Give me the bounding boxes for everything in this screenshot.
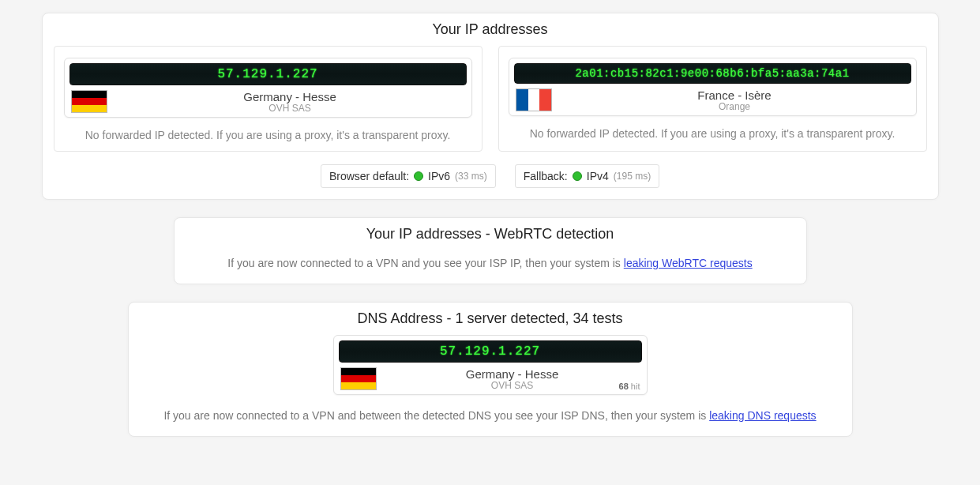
fallback-label: Fallback: xyxy=(524,170,568,182)
dns-hit-count: 68 hit xyxy=(619,382,640,391)
fallback-status: Fallback: IPv4 (195 ms) xyxy=(515,164,659,188)
dns-text: If you are now connected to a VPN and be… xyxy=(163,409,709,422)
section-title: DNS Address - 1 server detected, 34 test… xyxy=(140,310,841,327)
fallback-ms: (195 ms) xyxy=(614,171,651,182)
dns-card: 57.129.1.227 Germany - Hesse OVH SAS 68 … xyxy=(333,335,648,395)
ipv4-address-display: 57.129.1.227 xyxy=(69,63,467,85)
dns-isp: OVH SAS xyxy=(385,380,640,391)
ipv4-location: Germany - Hesse xyxy=(115,90,465,103)
ipv6-isp: Orange xyxy=(560,101,910,112)
ip-addresses-panel: Your IP addresses 57.129.1.227 Germany -… xyxy=(42,13,939,200)
ipv6-location: France - Isère xyxy=(560,88,910,102)
ipv6-address-display: 2a01:cb15:82c1:9e00:68b6:bfa5:aa3a:74a1 xyxy=(514,63,911,84)
ipv6-column: 2a01:cb15:82c1:9e00:68b6:bfa5:aa3a:74a1 … xyxy=(498,46,927,152)
section-title: Your IP addresses - WebRTC detection xyxy=(186,226,795,242)
ipv4-proxy-note: No forwarded IP detected. If you are usi… xyxy=(64,129,472,141)
france-flag-icon xyxy=(516,88,552,111)
dns-panel: DNS Address - 1 server detected, 34 test… xyxy=(128,302,853,437)
germany-flag-icon xyxy=(340,367,377,390)
webrtc-text: If you are now connected to a VPN and yo… xyxy=(227,257,623,269)
ip-columns: 57.129.1.227 Germany - Hesse OVH SAS No … xyxy=(54,46,927,152)
section-title: Your IP addresses xyxy=(54,21,927,38)
status-row: Browser default: IPv6 (33 ms) Fallback: … xyxy=(54,164,927,188)
fallback-proto: IPv4 xyxy=(587,170,609,182)
dns-location: Germany - Hesse xyxy=(385,367,640,381)
ipv4-isp: OVH SAS xyxy=(115,103,465,114)
ipv4-card: 57.129.1.227 Germany - Hesse OVH SAS xyxy=(64,58,472,118)
browser-default-label: Browser default: xyxy=(329,170,409,182)
webrtc-leak-link[interactable]: leaking WebRTC requests xyxy=(624,257,753,269)
browser-default-status: Browser default: IPv6 (33 ms) xyxy=(321,164,496,188)
dns-leak-link[interactable]: leaking DNS requests xyxy=(709,409,816,422)
webrtc-info-text: If you are now connected to a VPN and yo… xyxy=(186,257,795,269)
dns-address-display: 57.129.1.227 xyxy=(339,340,642,363)
ipv4-column: 57.129.1.227 Germany - Hesse OVH SAS No … xyxy=(54,46,482,152)
browser-default-ms: (33 ms) xyxy=(455,171,487,182)
ipv6-proxy-note: No forwarded IP detected. If you are usi… xyxy=(509,127,917,140)
status-dot-icon xyxy=(573,171,582,181)
germany-flag-icon xyxy=(71,90,107,113)
dns-info-text: If you are now connected to a VPN and be… xyxy=(140,409,841,422)
browser-default-proto: IPv6 xyxy=(428,170,450,182)
ipv6-card: 2a01:cb15:82c1:9e00:68b6:bfa5:aa3a:74a1 … xyxy=(509,58,917,116)
status-dot-icon xyxy=(414,171,423,181)
webrtc-panel: Your IP addresses - WebRTC detection If … xyxy=(174,217,807,284)
